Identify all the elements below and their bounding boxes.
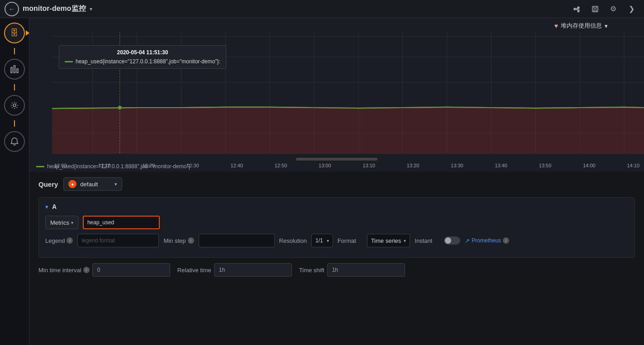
svg-rect-8 bbox=[17, 69, 18, 73]
metrics-label: Metrics bbox=[50, 219, 69, 226]
chart-header[interactable]: ♥ 堆内存使用信息 ▾ bbox=[554, 22, 608, 30]
x-label-1250: 12:50 bbox=[275, 163, 287, 168]
top-bar: ← monitor-demo监控 ▾ ⚙ ❯ bbox=[0, 0, 644, 18]
heart-icon: ♥ bbox=[554, 22, 558, 29]
chart-legend: heap_used{instance="127.0.0.1:8888",job=… bbox=[36, 163, 191, 170]
chart-scrollbar[interactable] bbox=[296, 158, 377, 161]
svg-point-32 bbox=[118, 106, 122, 110]
section-collapse-icon[interactable]: ▾ bbox=[45, 203, 48, 210]
time-shift-input[interactable] bbox=[327, 263, 405, 277]
format-arrow: ▾ bbox=[404, 238, 406, 243]
gear-icon: ⚙ bbox=[610, 5, 616, 13]
sidebar: 🗄 bbox=[0, 18, 29, 345]
save-button[interactable] bbox=[587, 1, 603, 17]
query-section-a: ▾ A Metrics ▾ Legend i bbox=[38, 197, 635, 258]
main-layout: 🗄 ♥ bbox=[0, 18, 644, 345]
chart-container: ♥ 堆内存使用信息 ▾ 200 K 150 K 100 K 50 K 0 bbox=[29, 18, 644, 172]
sidebar-icon-database[interactable]: 🗄 bbox=[4, 23, 25, 43]
datasource-arrow: ▾ bbox=[114, 181, 117, 187]
legend-label: heap_used{instance="127.0.0.1:8888",job=… bbox=[47, 163, 191, 170]
tooltip-series: heap_used{instance="127.0.0.1:8888",job=… bbox=[65, 58, 220, 65]
share-button[interactable] bbox=[569, 1, 585, 17]
min-time-interval-info[interactable]: i bbox=[83, 267, 90, 273]
time-shift-label: Time shift bbox=[299, 267, 324, 274]
x-label-1350: 13:50 bbox=[539, 163, 552, 168]
page-title: monitor-demo监控 bbox=[23, 4, 86, 14]
panel-title: 堆内存使用信息 bbox=[561, 22, 602, 30]
svg-rect-5 bbox=[592, 6, 598, 12]
legend-input[interactable] bbox=[77, 234, 159, 247]
svg-marker-30 bbox=[52, 108, 644, 153]
datasource-selector[interactable]: ● default ▾ bbox=[63, 177, 122, 191]
legend-info-icon[interactable]: i bbox=[67, 237, 73, 244]
prometheus-info-icon[interactable]: i bbox=[503, 237, 509, 244]
tooltip-color-line bbox=[65, 61, 73, 62]
sidebar-connector-3 bbox=[14, 120, 15, 127]
panel-title-arrow[interactable]: ▾ bbox=[605, 23, 608, 29]
prometheus-label: Prometheus bbox=[472, 237, 501, 244]
prometheus-link[interactable]: ↗ Prometheus i bbox=[465, 237, 509, 244]
datasource-icon: ● bbox=[68, 180, 76, 188]
toggle-knob bbox=[445, 237, 451, 244]
back-icon: ← bbox=[9, 5, 15, 13]
resolution-label: Resolution bbox=[279, 237, 307, 244]
min-step-info-icon[interactable]: i bbox=[188, 237, 194, 244]
tooltip-series-label: heap_used{instance="127.0.0.1:8888",job=… bbox=[76, 58, 220, 65]
min-step-label: Min step i bbox=[163, 237, 194, 244]
relative-time-label: Relative time bbox=[177, 267, 211, 274]
chart-tooltip: 2020-05-04 11:51:30 heap_used{instance="… bbox=[59, 45, 226, 69]
format-label: Format bbox=[338, 237, 363, 244]
datasource-name: default bbox=[80, 181, 98, 188]
instant-toggle[interactable] bbox=[444, 236, 460, 245]
query-header: Query ● default ▾ bbox=[38, 177, 635, 191]
min-time-interval-input[interactable] bbox=[92, 263, 170, 277]
x-label-1310: 13:10 bbox=[363, 163, 375, 168]
svg-point-9 bbox=[13, 104, 16, 107]
tooltip-time: 2020-05-04 11:51:30 bbox=[65, 49, 220, 56]
collapse-button[interactable]: ❯ bbox=[623, 1, 639, 17]
x-label-1410: 14:10 bbox=[627, 163, 639, 168]
bottom-options-row: Min time interval i Relative time Time s… bbox=[38, 263, 635, 277]
query-panel: Query ● default ▾ ▾ A Metr bbox=[29, 172, 644, 345]
back-button[interactable]: ← bbox=[5, 2, 19, 16]
section-header: ▾ A bbox=[45, 203, 628, 210]
top-bar-right: ⚙ ❯ bbox=[569, 1, 639, 17]
time-shift-group: Time shift bbox=[299, 263, 405, 277]
resolution-arrow: ▾ bbox=[327, 238, 329, 243]
ds-icon-symbol: ● bbox=[71, 182, 74, 187]
content-area: ♥ 堆内存使用信息 ▾ 200 K 150 K 100 K 50 K 0 bbox=[29, 18, 644, 345]
sidebar-icon-chart[interactable] bbox=[4, 59, 25, 80]
x-label-1400: 14:00 bbox=[583, 163, 596, 168]
resolution-select[interactable]: 1/1 ▾ bbox=[311, 234, 333, 247]
metrics-value-input[interactable] bbox=[83, 216, 160, 229]
top-bar-left: ← monitor-demo监控 ▾ bbox=[5, 2, 92, 16]
options-row: Legend i Min step i Resolution 1/1 ▾ bbox=[45, 234, 628, 247]
min-step-input[interactable] bbox=[199, 234, 275, 247]
relative-time-group: Relative time bbox=[177, 263, 292, 277]
legend-color-line bbox=[36, 166, 44, 167]
svg-rect-7 bbox=[14, 66, 15, 73]
x-label-1340: 13:40 bbox=[495, 163, 507, 168]
x-label-1330: 13:30 bbox=[451, 163, 463, 168]
x-label-1300: 13:00 bbox=[319, 163, 331, 168]
format-value: Time series bbox=[371, 237, 401, 244]
sidebar-icon-bell[interactable] bbox=[4, 131, 25, 152]
metrics-row: Metrics ▾ bbox=[45, 216, 628, 229]
sidebar-icon-settings[interactable] bbox=[4, 95, 25, 116]
sidebar-connector-2 bbox=[14, 84, 15, 90]
metrics-button[interactable]: Metrics ▾ bbox=[45, 216, 78, 229]
x-label-1240: 12:40 bbox=[230, 163, 243, 168]
relative-time-input[interactable] bbox=[214, 263, 292, 277]
prometheus-ext-icon: ↗ bbox=[465, 237, 470, 244]
min-time-interval-label: Min time interval i bbox=[38, 267, 90, 274]
title-dropdown-arrow[interactable]: ▾ bbox=[90, 6, 92, 12]
query-label: Query bbox=[38, 180, 58, 188]
format-select[interactable]: Time series ▾ bbox=[367, 234, 410, 247]
svg-rect-6 bbox=[11, 67, 12, 73]
instant-label: Instant bbox=[415, 237, 439, 244]
settings-button[interactable]: ⚙ bbox=[605, 1, 621, 17]
section-label: A bbox=[52, 203, 57, 210]
collapse-icon: ❯ bbox=[629, 5, 634, 13]
legend-label: Legend i bbox=[45, 237, 73, 244]
metrics-dropdown-arrow: ▾ bbox=[71, 220, 73, 225]
